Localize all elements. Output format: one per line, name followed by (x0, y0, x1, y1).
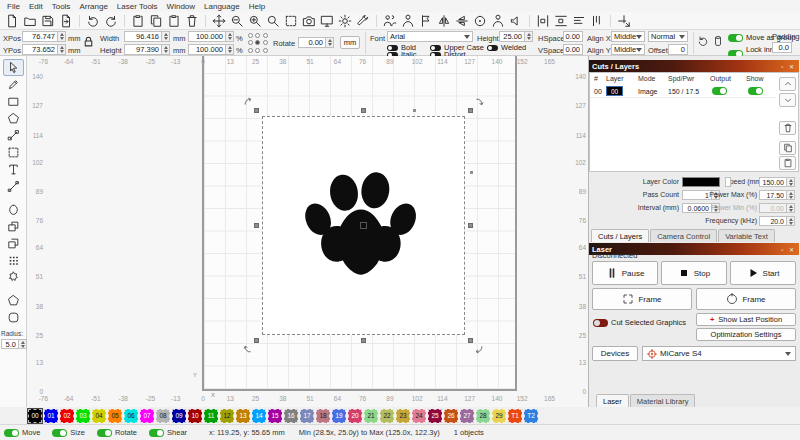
start-button[interactable]: Start (730, 261, 796, 285)
show-toggle[interactable] (748, 87, 763, 95)
status-toggle-rotate[interactable]: Rotate (97, 428, 137, 437)
palette-chip-25[interactable]: 25 (428, 409, 442, 423)
skew-handle[interactable] (413, 109, 416, 112)
height-spinner[interactable] (162, 44, 170, 55)
tab-cuts-layers[interactable]: Cuts / Layers (591, 229, 649, 242)
tab-laser[interactable]: Laser (596, 394, 629, 407)
ungroup-button[interactable] (399, 13, 417, 29)
font-combo[interactable]: Arial (387, 31, 473, 42)
pass-count-field[interactable]: 1 (682, 190, 712, 200)
menu-tools[interactable]: Tools (48, 2, 75, 11)
palette-chip-T2[interactable]: T2 (524, 409, 538, 423)
zoom-out-button[interactable] (228, 13, 246, 29)
rotate-spinner[interactable] (326, 37, 334, 48)
polygon2-tool[interactable] (3, 292, 24, 309)
rectangle-tool[interactable] (3, 93, 24, 110)
stop-button[interactable]: Stop (661, 261, 727, 285)
array-tool[interactable] (3, 252, 24, 269)
preview-button[interactable] (318, 13, 336, 29)
frequency-field[interactable]: 20.0 (759, 216, 787, 226)
tab-camera-control[interactable]: Camera Control (650, 229, 717, 242)
layers-table[interactable]: #LayerModeSpd/PwrOutputShow0000Image150 … (589, 72, 799, 172)
selection-center-handle[interactable] (360, 222, 367, 229)
palette-chip-26[interactable]: 26 (444, 409, 458, 423)
trash-layer-button[interactable] (779, 121, 796, 135)
selection-handle[interactable] (361, 338, 366, 343)
palette-chip-19[interactable]: 19 (332, 409, 346, 423)
interval-field[interactable]: 0.0600 (682, 203, 712, 213)
ellipse-tool[interactable] (3, 201, 24, 218)
redo-button[interactable] (102, 13, 120, 29)
ypos-spinner[interactable] (58, 44, 66, 55)
width-pct-spinner[interactable] (226, 31, 234, 42)
star-tool[interactable] (3, 269, 24, 286)
distribute-v-button[interactable] (552, 13, 570, 29)
alignx-combo[interactable]: Middle (611, 31, 645, 42)
tab-variable-text[interactable]: Variable Text (718, 229, 775, 242)
menu-language[interactable]: Language (200, 2, 244, 11)
menu-file[interactable]: File (3, 2, 24, 11)
palette-chip-04[interactable]: 04 (92, 409, 106, 423)
palette-chip-T1[interactable]: T1 (508, 409, 522, 423)
palette-chip-12[interactable]: 12 (220, 409, 234, 423)
radius-field[interactable]: 5.0 (1, 339, 19, 349)
frame-square-button[interactable]: Frame (592, 288, 692, 310)
palette-chip-23[interactable]: 23 (396, 409, 410, 423)
select-tool[interactable] (3, 59, 24, 76)
zoom-selection-button[interactable] (264, 13, 282, 29)
line-tool[interactable] (3, 178, 24, 195)
delete-button[interactable] (183, 13, 201, 29)
radius-spinner[interactable] (19, 339, 27, 349)
panel-window-icons[interactable]: ▫ ✕ (781, 63, 796, 70)
speed-spinner[interactable] (787, 177, 795, 187)
boolean-subtract-tool[interactable] (3, 235, 24, 252)
hspace-field[interactable]: 0.00 (563, 31, 583, 42)
node-edit-tool[interactable] (3, 127, 24, 144)
palette-chip-16[interactable]: 16 (284, 409, 298, 423)
cut-selected-toggle[interactable]: Cut Selected Graphics (593, 318, 686, 327)
palette-chip-14[interactable]: 14 (252, 409, 266, 423)
new-file-button[interactable] (3, 13, 21, 29)
move-button[interactable] (210, 13, 228, 29)
menu-help[interactable]: Help (245, 2, 269, 11)
ypos-field[interactable]: 73.652 (22, 44, 58, 55)
open-file-button[interactable] (21, 13, 39, 29)
announce-button[interactable] (507, 13, 525, 29)
selection-handle[interactable] (361, 108, 366, 113)
paste-button[interactable] (165, 13, 183, 29)
camera-button[interactable] (300, 13, 318, 29)
selection-handle[interactable] (468, 223, 473, 228)
show-last-position-button[interactable]: +Show Last Position (696, 313, 796, 326)
height-field[interactable]: 97.390 (124, 44, 162, 55)
device-combo[interactable]: MiCarve S4 (642, 346, 796, 361)
boolean-union-tool[interactable] (3, 218, 24, 235)
rotate-object-icon[interactable] (697, 35, 709, 47)
palette-chip-29[interactable]: 29 (492, 409, 506, 423)
palette-chip-13[interactable]: 13 (236, 409, 250, 423)
rotate-handle[interactable] (471, 97, 484, 110)
position-laser-button[interactable] (471, 13, 489, 29)
output-toggle[interactable] (712, 87, 727, 95)
palette-chip-17[interactable]: 17 (300, 409, 314, 423)
rotary-icon[interactable] (712, 35, 724, 47)
palette-chip-18[interactable]: 18 (316, 409, 330, 423)
palette-chip-10[interactable]: 10 (188, 409, 202, 423)
palette-chip-11[interactable]: 11 (204, 409, 218, 423)
device-settings-button[interactable] (354, 13, 372, 29)
clip-layer-button[interactable] (779, 156, 796, 170)
text-tool[interactable] (3, 161, 24, 178)
font-height-spinner[interactable] (525, 31, 533, 42)
palette-chip-09[interactable]: 09 (172, 409, 186, 423)
xpos-spinner[interactable] (58, 31, 66, 42)
units-button[interactable]: mm (340, 36, 360, 49)
export-button[interactable] (57, 13, 75, 29)
height-pct-field[interactable]: 100.000 (188, 44, 226, 55)
devices-button[interactable]: Devices (592, 346, 638, 361)
vspace-field[interactable]: 0.00 (563, 44, 583, 55)
palette-chip-06[interactable]: 06 (124, 409, 138, 423)
paste-special-button[interactable] (129, 13, 147, 29)
palette-chip-02[interactable]: 02 (60, 409, 74, 423)
table-row[interactable]: 0000Image150 / 17.5 (590, 85, 776, 98)
offset-field[interactable]: 0 (668, 44, 688, 55)
rotate-handle[interactable] (471, 341, 484, 354)
